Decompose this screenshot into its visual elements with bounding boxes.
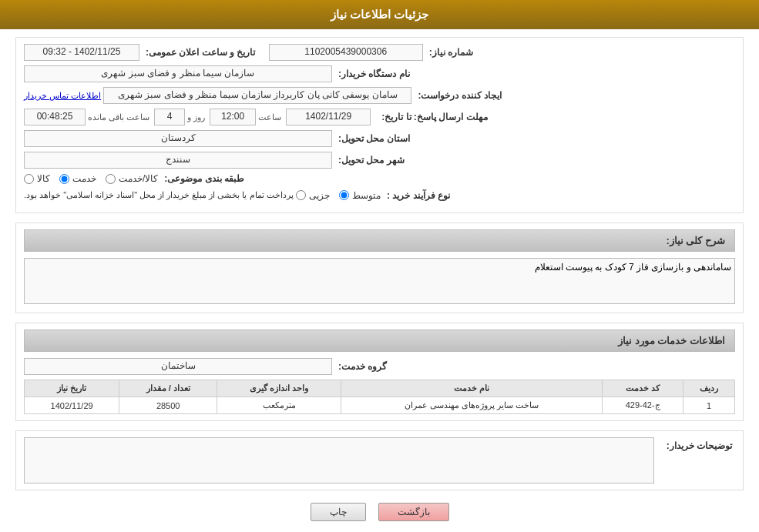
deadline-remaining: 00:48:25 — [24, 109, 86, 125]
cell-unit: مترمکعب — [217, 397, 341, 414]
cell-date: 1402/11/29 — [25, 397, 119, 414]
need-desc-title: شرح کلی نیاز: — [24, 229, 735, 252]
creator-row: ایجاد کننده درخواست: سامان یوسفی کانی پا… — [24, 87, 735, 104]
process-radio-motavaset[interactable] — [339, 190, 349, 200]
deadline-time: 12:00 — [210, 109, 256, 125]
deadline-date: 1402/11/29 — [286, 109, 371, 125]
category-label: طبقه بندی موضوعی: — [164, 173, 244, 184]
category-radio-kala[interactable] — [24, 174, 34, 184]
buyer-org-label: نام دستگاه خریدار: — [338, 69, 410, 79]
city-row: شهر محل تحویل: سنندج — [24, 152, 735, 169]
services-table: ردیف کد خدمت نام خدمت واحد اندازه گیری ت… — [24, 380, 735, 414]
process-label: نوع فرآیند خرید : — [387, 190, 450, 201]
print-button[interactable]: چاپ — [311, 503, 366, 521]
service-group-row: گروه خدمت: ساختمان — [24, 358, 735, 375]
cell-name: ساخت سایر پروژه‌های مهندسی عمران — [341, 397, 603, 414]
page-header: جزئیات اطلاعات نیاز — [0, 0, 759, 29]
province-row: استان محل تحویل: کردستان — [24, 130, 735, 147]
need-desc-textarea[interactable]: ساماندهی و بازسازی فاز 7 کودک به پیوست ا… — [24, 258, 735, 304]
category-kala-label: کالا — [37, 173, 50, 184]
col-header-unit: واحد اندازه گیری — [217, 380, 341, 397]
creator-value: سامان یوسفی کانی پان کاربرداز سازمان سیم… — [103, 87, 411, 104]
cell-code: ج-42-429 — [603, 397, 683, 414]
services-title: اطلاعات خدمات مورد نیاز — [24, 330, 735, 352]
process-option-motavaset: متوسط — [339, 190, 381, 201]
need-desc-section: شرح کلی نیاز: ساماندهی و بازسازی فاز 7 ک… — [15, 223, 744, 313]
deadline-days: 4 — [154, 109, 185, 125]
services-section: اطلاعات خدمات مورد نیاز گروه خدمت: ساختم… — [15, 323, 744, 421]
need-number-row: شماره نیاز: 1102005439000306 تاریخ و ساع… — [24, 44, 735, 61]
deadline-time-label: ساعت — [258, 112, 281, 122]
process-radio-jozei[interactable] — [296, 190, 306, 200]
announce-value: 1402/11/25 - 09:32 — [24, 44, 139, 61]
col-header-name: نام خدمت — [341, 380, 603, 397]
city-value: سنندج — [24, 152, 332, 169]
category-radio-khedmat[interactable] — [59, 174, 69, 184]
creator-link[interactable]: اطلاعات تماس خریدار — [24, 91, 101, 101]
content-area: شماره نیاز: 1102005439000306 تاریخ و ساع… — [0, 29, 759, 529]
page-title: جزئیات اطلاعات نیاز — [331, 8, 428, 21]
process-notice: پرداخت تمام یا بخشی از مبلغ خریدار از مح… — [24, 189, 294, 202]
main-info-section: شماره نیاز: 1102005439000306 تاریخ و ساع… — [15, 37, 744, 213]
col-header-code: کد خدمت — [603, 380, 683, 397]
service-group-label: گروه خدمت: — [338, 361, 387, 372]
process-jozei-label: جزیی — [309, 190, 330, 201]
buyer-org-row: نام دستگاه خریدار: سازمان سیما منظر و فض… — [24, 65, 735, 82]
service-group-value: ساختمان — [24, 358, 332, 375]
need-number-value: 1102005439000306 — [269, 44, 423, 61]
deadline-row: مهلت ارسال پاسخ: تا تاریخ: 1402/11/29 سا… — [24, 109, 735, 125]
announce-label: تاریخ و ساعت اعلان عمومی: — [146, 47, 255, 58]
category-kala-khedmat-label: کالا/خدمت — [119, 173, 158, 184]
page-container: جزئیات اطلاعات نیاز شماره نیاز: 11020054… — [0, 0, 759, 532]
category-option-kala-khedmat: کالا/خدمت — [106, 173, 158, 184]
need-number-label: شماره نیاز: — [429, 47, 473, 58]
footer-buttons: بازگشت چاپ — [15, 503, 744, 521]
deadline-label: مهلت ارسال پاسخ: تا تاریخ: — [381, 112, 487, 122]
deadline-remaining-label: ساعت باقی مانده — [88, 112, 149, 122]
table-row: 1 ج-42-429 ساخت سایر پروژه‌های مهندسی عم… — [25, 397, 735, 414]
category-option-kala: کالا — [24, 173, 50, 184]
category-option-khedmat: خدمت — [59, 173, 96, 184]
province-label: استان محل تحویل: — [338, 133, 410, 144]
process-motavaset-label: متوسط — [352, 190, 381, 201]
process-row: نوع فرآیند خرید : متوسط جزیی پرداخت تمام… — [24, 189, 735, 202]
back-button[interactable]: بازگشت — [378, 503, 449, 521]
cell-row-num: 1 — [683, 397, 735, 414]
process-radio-group: متوسط جزیی — [296, 190, 381, 201]
process-option-jozei: جزیی — [296, 190, 330, 201]
buyer-desc-label: توضیحات خریدار: — [667, 440, 732, 451]
province-value: کردستان — [24, 130, 332, 147]
col-header-qty: تعداد / مقدار — [119, 380, 217, 397]
category-row: طبقه بندی موضوعی: کالا/خدمت خدمت کالا — [24, 173, 735, 184]
category-khedmat-label: خدمت — [72, 173, 96, 184]
category-radio-kala-khedmat[interactable] — [106, 174, 116, 184]
buyer-org-value: سازمان سیما منظر و فضای سبز شهری — [24, 65, 332, 82]
buyer-desc-section: توضیحات خریدار: — [15, 430, 744, 490]
city-label: شهر محل تحویل: — [338, 155, 405, 166]
category-radio-group: کالا/خدمت خدمت کالا — [24, 173, 158, 184]
creator-label: ایجاد کننده درخواست: — [418, 90, 502, 101]
deadline-days-label: روز و — [187, 112, 205, 122]
buyer-desc-textarea[interactable] — [24, 437, 654, 483]
col-header-row: ردیف — [683, 380, 735, 397]
col-header-date: تاریخ نیاز — [25, 380, 119, 397]
cell-qty: 28500 — [119, 397, 217, 414]
